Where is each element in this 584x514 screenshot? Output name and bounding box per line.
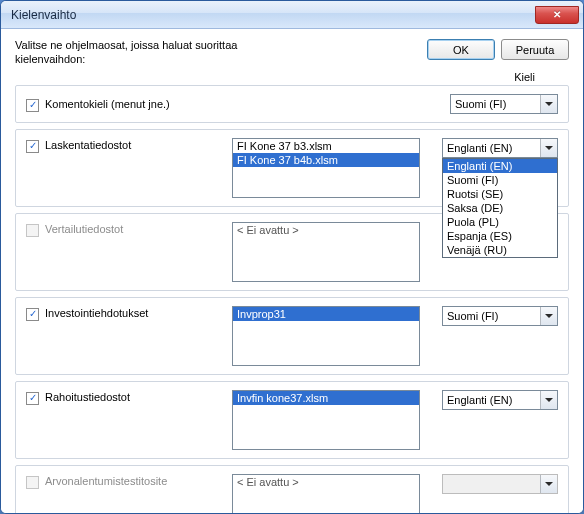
section-left: Investointiehdotukset xyxy=(26,306,222,320)
language-column-header: Kieli xyxy=(15,71,569,83)
language-dropdown-open[interactable]: Englanti (EN) Suomi (FI) Ruotsi (SE) Sak… xyxy=(442,158,558,258)
language-select-laskenta[interactable]: Englanti (EN) xyxy=(442,138,558,158)
section-arvonalentumis: Arvonalentumistestitosite < Ei avattu > xyxy=(15,465,569,514)
top-bar: Valitse ne ohjelmaosat, joissa haluat su… xyxy=(15,39,569,67)
file-list-laskenta[interactable]: FI Kone 37 b3.xlsm FI Kone 37 b4b.xlsm xyxy=(232,138,420,198)
chevron-down-icon xyxy=(540,307,557,325)
chevron-down-icon xyxy=(540,391,557,409)
section-komentokieli: Komentokieli (menut jne.) Suomi (FI) xyxy=(15,85,569,123)
lang-cell: Englanti (EN) xyxy=(442,390,558,410)
cancel-button[interactable]: Peruuta xyxy=(501,39,569,60)
section-left: Komentokieli (menut jne.) xyxy=(26,97,222,111)
checkbox-arvonalentumis xyxy=(26,476,39,489)
section-investointi: Investointiehdotukset Invprop31 Suomi (F… xyxy=(15,297,569,375)
dropdown-option[interactable]: Suomi (FI) xyxy=(443,173,557,187)
close-icon: ✕ xyxy=(553,9,561,20)
select-value: Suomi (FI) xyxy=(447,310,498,322)
language-select-rahoitus[interactable]: Englanti (EN) xyxy=(442,390,558,410)
chevron-down-icon xyxy=(540,139,557,157)
label-arvonalentumis: Arvonalentumistestitosite xyxy=(45,475,167,487)
section-rahoitus: Rahoitustiedostot Invfin kone37.xlsm Eng… xyxy=(15,381,569,459)
dropdown-option[interactable]: Saksa (DE) xyxy=(443,201,557,215)
ok-button[interactable]: OK xyxy=(427,39,495,60)
lang-cell xyxy=(442,474,558,494)
dropdown-option[interactable]: Ruotsi (SE) xyxy=(443,187,557,201)
section-left: Laskentatiedostot xyxy=(26,138,222,152)
select-value: Englanti (EN) xyxy=(447,394,512,406)
checkbox-laskenta[interactable] xyxy=(26,140,39,153)
label-investointi: Investointiehdotukset xyxy=(45,307,148,319)
checkbox-rahoitus[interactable] xyxy=(26,392,39,405)
files-cell: Invprop31 xyxy=(232,306,432,366)
language-select-investointi[interactable]: Suomi (FI) xyxy=(442,306,558,326)
chevron-down-icon xyxy=(540,475,557,493)
list-item[interactable]: Invprop31 xyxy=(233,307,419,321)
language-select-komentokieli[interactable]: Suomi (FI) xyxy=(450,94,558,114)
section-left: Rahoitustiedostot xyxy=(26,390,222,404)
dialog-window: Kielenvaihto ✕ Valitse ne ohjelmaosat, j… xyxy=(0,0,584,514)
intro-text: Valitse ne ohjelmaosat, joissa haluat su… xyxy=(15,39,295,67)
files-cell: FI Kone 37 b3.xlsm FI Kone 37 b4b.xlsm xyxy=(232,138,432,198)
file-list-investointi[interactable]: Invprop31 xyxy=(232,306,420,366)
dropdown-option[interactable]: Espanja (ES) xyxy=(443,229,557,243)
language-select-arvonalentumis xyxy=(442,474,558,494)
label-vertailu: Vertailutiedostot xyxy=(45,223,123,235)
label-komentokieli: Komentokieli (menut jne.) xyxy=(45,98,170,110)
lang-cell: Englanti (EN) Englanti (EN) Suomi (FI) R… xyxy=(442,138,558,158)
list-item[interactable]: FI Kone 37 b3.xlsm xyxy=(233,139,419,153)
section-left: Arvonalentumistestitosite xyxy=(26,474,222,488)
window-title: Kielenvaihto xyxy=(11,8,535,22)
list-item[interactable]: Invfin kone37.xlsm xyxy=(233,391,419,405)
file-list-rahoitus[interactable]: Invfin kone37.xlsm xyxy=(232,390,420,450)
checkbox-komentokieli[interactable] xyxy=(26,99,39,112)
lang-cell: Suomi (FI) xyxy=(442,306,558,326)
dropdown-option[interactable]: Englanti (EN) xyxy=(443,159,557,173)
file-list-arvonalentumis: < Ei avattu > xyxy=(232,474,420,514)
file-list-vertailu: < Ei avattu > xyxy=(232,222,420,282)
select-value: Englanti (EN) xyxy=(447,142,512,154)
list-placeholder: < Ei avattu > xyxy=(233,223,419,237)
close-button[interactable]: ✕ xyxy=(535,6,579,24)
files-cell: Invfin kone37.xlsm xyxy=(232,390,432,450)
chevron-down-icon xyxy=(540,95,557,113)
lang-cell: Suomi (FI) xyxy=(450,94,558,114)
checkbox-investointi[interactable] xyxy=(26,308,39,321)
checkbox-vertailu xyxy=(26,224,39,237)
dialog-content: Valitse ne ohjelmaosat, joissa haluat su… xyxy=(1,29,583,513)
select-value: Suomi (FI) xyxy=(455,98,506,110)
button-row: OK Peruuta xyxy=(427,39,569,60)
label-rahoitus: Rahoitustiedostot xyxy=(45,391,130,403)
label-laskenta: Laskentatiedostot xyxy=(45,139,131,151)
list-item[interactable]: FI Kone 37 b4b.xlsm xyxy=(233,153,419,167)
section-laskenta: Laskentatiedostot FI Kone 37 b3.xlsm FI … xyxy=(15,129,569,207)
files-cell: < Ei avattu > xyxy=(232,474,432,514)
dropdown-option[interactable]: Venäjä (RU) xyxy=(443,243,557,257)
section-left: Vertailutiedostot xyxy=(26,222,222,236)
titlebar: Kielenvaihto ✕ xyxy=(1,1,583,29)
files-cell: < Ei avattu > xyxy=(232,222,432,282)
dropdown-option[interactable]: Puola (PL) xyxy=(443,215,557,229)
list-placeholder: < Ei avattu > xyxy=(233,475,419,489)
